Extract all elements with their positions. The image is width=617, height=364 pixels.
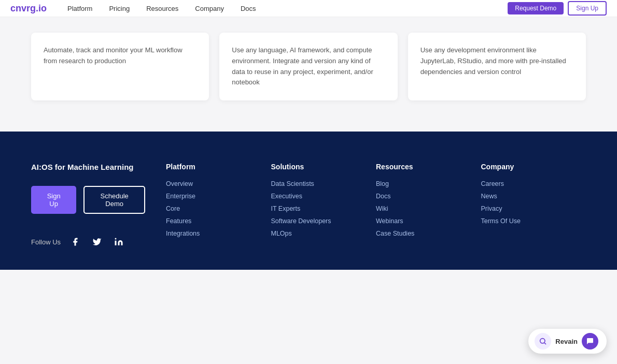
solutions-executives[interactable]: Executives — [271, 193, 376, 200]
footer-cols: Platform Overview Enterprise Core Featur… — [166, 163, 586, 249]
resources-wiki[interactable]: Wiki — [376, 205, 481, 212]
card-1: Automate, track and monitor your ML work… — [31, 33, 209, 100]
footer-top: AI:OS for Machine Learning Sign Up Sched… — [31, 163, 586, 249]
follow-label: Follow Us — [31, 238, 61, 246]
card-3: Use any development environment like Jup… — [408, 33, 586, 100]
sign-up-button-nav[interactable]: Sign Up — [568, 1, 607, 16]
footer-col-solutions: Solutions Data Scientists Executives IT … — [271, 163, 376, 249]
company-title: Company — [481, 163, 586, 171]
footer-col-company: Company Careers News Privacy Terms Of Us… — [481, 163, 586, 249]
resources-docs[interactable]: Docs — [376, 193, 481, 200]
company-news[interactable]: News — [481, 193, 586, 200]
svg-point-0 — [115, 238, 117, 240]
platform-core[interactable]: Core — [166, 205, 271, 212]
resources-webinars[interactable]: Webinars — [376, 217, 481, 225]
nav-platform[interactable]: Platform — [59, 0, 101, 17]
solutions-it-experts[interactable]: IT Experts — [271, 205, 376, 212]
card-3-text: Use any development environment like Jup… — [420, 45, 573, 77]
footer-col-platform: Platform Overview Enterprise Core Featur… — [166, 163, 271, 249]
footer: AI:OS for Machine Learning Sign Up Sched… — [0, 132, 617, 270]
card-2: Use any language, AI framework, and comp… — [219, 33, 397, 100]
nav-resources[interactable]: Resources — [138, 0, 187, 17]
logo[interactable]: cnvrg.io — [10, 3, 47, 14]
platform-enterprise[interactable]: Enterprise — [166, 193, 271, 200]
linkedin-icon[interactable] — [111, 235, 126, 249]
navbar: cnvrg.io Platform Pricing Resources Comp… — [0, 0, 617, 17]
footer-schedule-button[interactable]: Schedule Demo — [83, 186, 145, 214]
footer-col-resources: Resources Blog Docs Wiki Webinars Case S… — [376, 163, 481, 249]
nav-docs[interactable]: Docs — [232, 0, 264, 17]
platform-features[interactable]: Features — [166, 217, 271, 225]
twitter-icon[interactable] — [90, 235, 104, 249]
cards-area: Automate, track and monitor your ML work… — [0, 17, 617, 132]
platform-overview[interactable]: Overview — [166, 180, 271, 187]
solutions-mlops[interactable]: MLOps — [271, 230, 376, 237]
brand-title: AI:OS for Machine Learning — [31, 163, 145, 171]
resources-case-studies[interactable]: Case Studies — [376, 230, 481, 237]
footer-signup-button[interactable]: Sign Up — [31, 186, 76, 214]
resources-title: Resources — [376, 163, 481, 171]
company-privacy[interactable]: Privacy — [481, 205, 586, 212]
solutions-title: Solutions — [271, 163, 376, 171]
follow-us: Follow Us — [31, 235, 145, 249]
footer-btn-group: Sign Up Schedule Demo — [31, 186, 145, 214]
nav-company[interactable]: Company — [187, 0, 232, 17]
nav-links: Platform Pricing Resources Company Docs — [59, 0, 264, 17]
facebook-icon[interactable] — [68, 235, 82, 249]
card-2-text: Use any language, AI framework, and comp… — [232, 45, 385, 88]
request-demo-button[interactable]: Request Demo — [508, 2, 564, 14]
company-terms[interactable]: Terms Of Use — [481, 217, 586, 225]
nav-pricing[interactable]: Pricing — [101, 0, 138, 17]
resources-blog[interactable]: Blog — [376, 180, 481, 187]
platform-integrations[interactable]: Integrations — [166, 230, 271, 237]
nav-cta: Request Demo Sign Up — [508, 1, 607, 16]
company-careers[interactable]: Careers — [481, 180, 586, 187]
platform-title: Platform — [166, 163, 271, 171]
footer-brand: AI:OS for Machine Learning Sign Up Sched… — [31, 163, 145, 249]
card-1-text: Automate, track and monitor your ML work… — [44, 45, 197, 67]
solutions-software-developers[interactable]: Software Developers — [271, 217, 376, 225]
solutions-data-scientists[interactable]: Data Scientists — [271, 180, 376, 187]
